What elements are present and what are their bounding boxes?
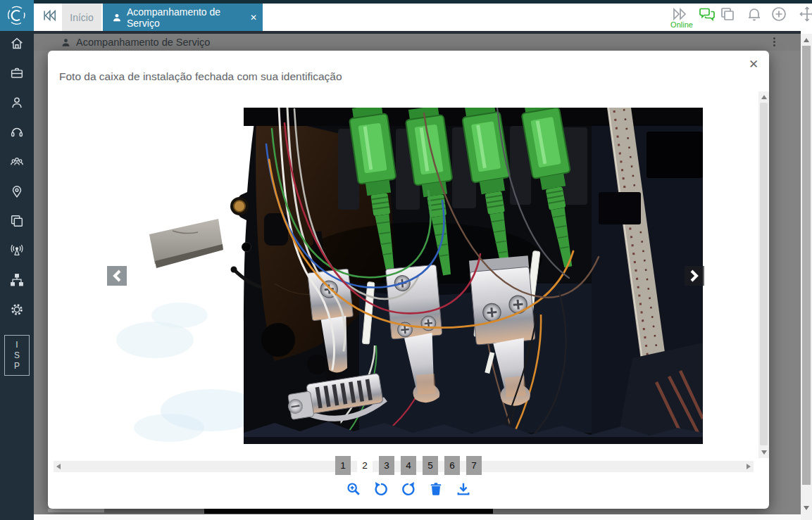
pagination-page[interactable]: 2 bbox=[357, 456, 373, 475]
sidebar-item-network-signal[interactable] bbox=[9, 243, 25, 258]
isp-letter: P bbox=[5, 361, 29, 372]
pagination-page[interactable]: 5 bbox=[423, 456, 438, 475]
tab-close-icon[interactable]: ✕ bbox=[250, 13, 257, 23]
installation-box-photo bbox=[106, 108, 703, 444]
carousel-prev-button[interactable] bbox=[107, 266, 127, 286]
service-photo[interactable] bbox=[106, 108, 703, 444]
photo-pagination: 1 2 3 4 5 6 7 bbox=[335, 456, 482, 475]
pagination-page[interactable]: 6 bbox=[444, 456, 460, 475]
modal-close-icon[interactable]: ✕ bbox=[747, 58, 761, 72]
photo-caption: Foto da caixa de instalação fechada com … bbox=[59, 70, 342, 83]
chevron-right-icon bbox=[689, 269, 699, 282]
brand-logo-icon bbox=[5, 4, 29, 27]
isp-letter: S bbox=[5, 350, 29, 361]
rotate-left-icon[interactable] bbox=[373, 481, 389, 497]
move-icon[interactable] bbox=[799, 6, 812, 23]
add-circle-icon[interactable] bbox=[770, 6, 787, 23]
app-logo[interactable] bbox=[0, 0, 34, 31]
application-window: I S P Início Acompanhamento de Serviço ✕… bbox=[0, 0, 812, 520]
pagination-page[interactable]: 3 bbox=[379, 456, 394, 475]
carousel-next-button[interactable] bbox=[685, 266, 704, 286]
sidebar-item-clients[interactable] bbox=[9, 95, 25, 110]
pagination-page[interactable]: 7 bbox=[466, 456, 482, 475]
scrollbar-thumb[interactable] bbox=[760, 103, 768, 445]
page-content-remnant bbox=[104, 509, 204, 513]
modal-vertical-scrollbar[interactable] bbox=[758, 91, 769, 458]
page-content-remnant bbox=[204, 509, 493, 514]
pagination-page[interactable]: 1 bbox=[335, 456, 351, 475]
scroll-left-arrow[interactable] bbox=[56, 464, 61, 469]
tab-inicio[interactable]: Início bbox=[62, 4, 101, 31]
kebab-menu-icon[interactable] bbox=[768, 36, 780, 49]
isp-letter: I bbox=[5, 340, 29, 350]
sidebar-item-services[interactable] bbox=[9, 65, 25, 81]
scroll-down-arrow[interactable] bbox=[804, 506, 809, 510]
page-header: Acompanhamento de Serviço bbox=[34, 34, 801, 51]
page-title: Acompanhamento de Serviço bbox=[76, 37, 210, 48]
windows-icon[interactable] bbox=[719, 6, 736, 23]
scrollbar-thumb[interactable] bbox=[802, 46, 811, 485]
scroll-down-arrow[interactable] bbox=[761, 450, 767, 455]
page-content-remnant bbox=[48, 509, 104, 512]
content-top-border bbox=[34, 31, 801, 34]
notifications-bell-icon[interactable] bbox=[746, 6, 763, 23]
tab-acompanhamento[interactable]: Acompanhamento de Serviço ✕ bbox=[103, 4, 263, 31]
download-icon[interactable] bbox=[456, 481, 471, 497]
page-bottom-strip bbox=[34, 514, 801, 520]
sidebar-item-home[interactable] bbox=[9, 36, 25, 51]
delete-trash-icon[interactable] bbox=[428, 481, 444, 497]
person-icon bbox=[111, 12, 123, 23]
person-icon bbox=[61, 37, 71, 48]
zoom-in-icon[interactable] bbox=[346, 481, 361, 497]
tab-label: Início bbox=[70, 12, 93, 23]
topbar: Início Acompanhamento de Serviço ✕ Onlin… bbox=[34, 0, 812, 31]
scroll-right-arrow[interactable] bbox=[747, 464, 751, 469]
chevron-left-icon bbox=[112, 269, 122, 282]
photo-viewer-modal: ✕ Foto da caixa de instalação fechada co… bbox=[48, 51, 769, 509]
page-vertical-scrollbar[interactable] bbox=[801, 34, 812, 514]
scroll-up-arrow[interactable] bbox=[804, 38, 809, 42]
sidebar-item-map[interactable] bbox=[9, 184, 25, 199]
sidebar-item-teams[interactable] bbox=[9, 154, 25, 170]
scrollbar-corner bbox=[801, 514, 812, 520]
collapse-tabs-icon[interactable] bbox=[41, 8, 58, 23]
rotate-right-icon[interactable] bbox=[401, 481, 416, 497]
sidebar-item-documents[interactable] bbox=[9, 213, 25, 229]
pagination-page[interactable]: 4 bbox=[401, 456, 416, 475]
sidebar: I S P bbox=[0, 0, 34, 520]
sidebar-item-topology[interactable] bbox=[9, 272, 25, 288]
tab-label: Acompanhamento de Serviço bbox=[127, 6, 246, 29]
photo-toolbar bbox=[346, 481, 471, 497]
scroll-up-arrow[interactable] bbox=[761, 95, 767, 99]
sidebar-isp-badge[interactable]: I S P bbox=[4, 335, 30, 376]
online-status-label: Online bbox=[659, 20, 704, 29]
sidebar-item-support[interactable] bbox=[9, 125, 25, 140]
sidebar-item-settings[interactable] bbox=[9, 302, 25, 317]
